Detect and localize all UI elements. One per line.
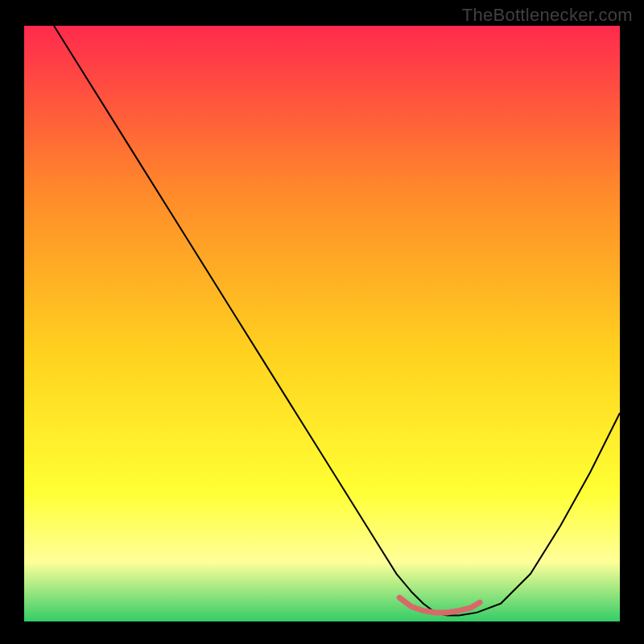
watermark-label: TheBottleneсker.com [462,5,633,26]
gradient-background [24,26,620,621]
chart-frame: TheBottleneсker.com [0,0,644,644]
bottleneck-chart [24,26,620,621]
